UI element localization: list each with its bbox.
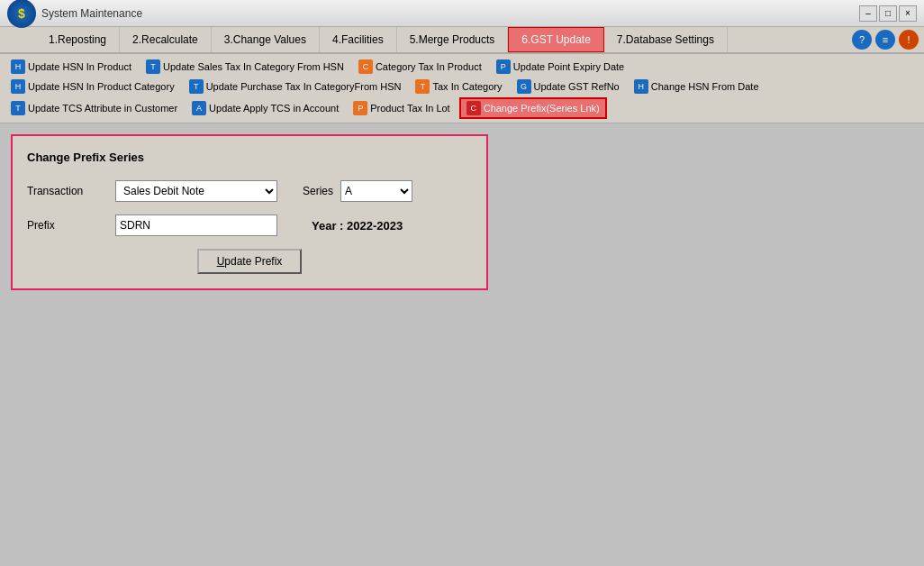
update-apply-tcs-button[interactable]: A Update Apply TCS in Account (186, 99, 344, 117)
nav-bar: 1.Reposting 2.Recalculate 3.Change Value… (0, 27, 924, 54)
year-label: Year : 2022-2023 (312, 219, 403, 233)
close-button[interactable]: × (899, 5, 917, 22)
update-hsn-product-button[interactable]: H Update HSN In Product (5, 58, 137, 76)
toolbar-row-2: H Update HSN In Product Category T Updat… (5, 78, 919, 96)
update-point-expiry-icon: P (496, 59, 511, 74)
tab-recalculate[interactable]: 2.Recalculate (120, 27, 212, 52)
update-tcs-customer-icon: T (11, 101, 25, 115)
tab-facilities[interactable]: 4.Facilities (320, 27, 397, 52)
update-hsn-category-button[interactable]: H Update HSN In Product Category (5, 78, 180, 96)
minimize-button[interactable]: – (859, 5, 877, 22)
transaction-select[interactable]: Sales Debit Note Sales Invoice Purchase … (115, 180, 277, 202)
prefix-input[interactable] (115, 215, 277, 236)
update-gst-refno-button[interactable]: G Update GST RefNo (512, 78, 625, 96)
product-tax-lot-icon: P (353, 101, 367, 115)
app-logo: $ (7, 0, 36, 28)
update-prefix-label-rest: pdate Prefix (224, 255, 282, 268)
change-hsn-date-icon: H (634, 79, 648, 94)
change-prefix-panel: Change Prefix Series Transaction Sales D… (11, 134, 488, 290)
update-purchase-tax-icon: T (189, 79, 204, 94)
help-icon[interactable]: ? (852, 30, 872, 50)
extra-icon[interactable]: ! (899, 30, 919, 50)
panel-title: Change Prefix Series (27, 151, 472, 164)
update-prefix-button[interactable]: Update Prefix (197, 249, 303, 274)
tax-in-category-button[interactable]: T Tax In Category (410, 78, 507, 96)
category-tax-icon: C (358, 59, 373, 74)
transaction-label: Transaction (27, 185, 108, 197)
update-purchase-tax-button[interactable]: T Update Purchase Tax In CategoryFrom HS… (184, 78, 407, 96)
update-apply-tcs-icon: A (192, 101, 206, 115)
series-select[interactable]: A B C (340, 180, 412, 202)
nav-icons: ? ≡ ! (852, 30, 924, 50)
tab-gst-update[interactable]: 6.GST Update (508, 27, 604, 52)
prefix-label: Prefix (27, 219, 108, 232)
update-sales-tax-icon: T (146, 59, 160, 74)
tab-change-values[interactable]: 3.Change Values (212, 27, 320, 52)
update-prefix-underline: U (217, 255, 225, 268)
change-hsn-date-button[interactable]: H Change HSN From Date (629, 78, 765, 96)
main-content: Change Prefix Series Transaction Sales D… (0, 123, 924, 566)
title-bar: $ System Maintenance – □ × (0, 0, 924, 27)
tab-merge-products[interactable]: 5.Merge Products (397, 27, 509, 52)
update-hsn-category-icon: H (11, 79, 25, 94)
update-hsn-product-icon: H (11, 59, 25, 74)
prefix-row: Prefix Year : 2022-2023 (27, 215, 472, 236)
toolbar-row-1: H Update HSN In Product T Update Sales T… (5, 58, 919, 76)
update-gst-refno-icon: G (517, 79, 531, 94)
series-label: Series (303, 185, 333, 197)
product-tax-lot-button[interactable]: P Product Tax In Lot (348, 99, 455, 117)
update-tcs-customer-button[interactable]: T Update TCS Attribute in Customer (5, 99, 183, 117)
change-prefix-icon: C (467, 101, 481, 115)
category-tax-product-button[interactable]: C Category Tax In Product (353, 58, 487, 76)
toolbar-row-3: T Update TCS Attribute in Customer A Upd… (5, 97, 919, 119)
transaction-row: Transaction Sales Debit Note Sales Invoi… (27, 180, 472, 202)
settings-icon[interactable]: ≡ (875, 30, 895, 50)
tab-reposting[interactable]: 1.Reposting (36, 27, 120, 52)
update-point-expiry-button[interactable]: P Update Point Expiry Date (491, 58, 630, 76)
title-bar-left: $ System Maintenance (7, 0, 142, 28)
title-bar-controls[interactable]: – □ × (859, 5, 917, 22)
toolbar: H Update HSN In Product T Update Sales T… (0, 54, 924, 123)
window-title: System Maintenance (41, 7, 142, 20)
change-prefix-button[interactable]: C Change Prefix(Series Lnk) (459, 97, 607, 119)
update-sales-tax-button[interactable]: T Update Sales Tax In Category From HSN (140, 58, 349, 76)
tab-database-settings[interactable]: 7.Database Settings (604, 27, 728, 52)
tax-in-category-icon: T (415, 79, 430, 94)
restore-button[interactable]: □ (879, 5, 897, 22)
